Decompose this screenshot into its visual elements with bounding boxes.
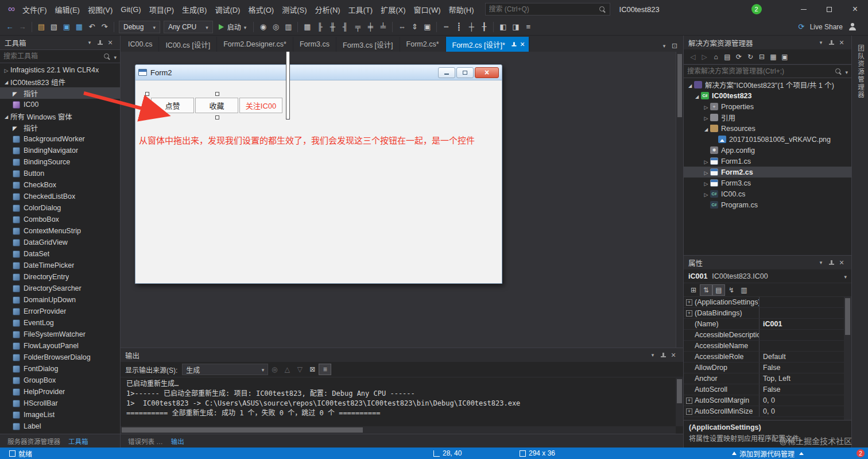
toolbox-item-checkbox[interactable]: CheckBox	[0, 179, 120, 191]
toolbox-item-datetimepicker[interactable]: DateTimePicker	[0, 260, 120, 271]
toolbox-item-helpprovider[interactable]: HelpProvider	[0, 386, 120, 398]
categorized-icon[interactable]: ⊞	[687, 284, 700, 296]
resize-handle[interactable]	[215, 115, 219, 119]
toolbox-item-dataset[interactable]: DataSet	[0, 248, 120, 260]
resize-handle[interactable]	[286, 52, 290, 119]
properties-view-icon[interactable]: ▤	[712, 284, 725, 296]
menu-project[interactable]: 项目(P)	[145, 2, 178, 17]
properties-icon[interactable]: ▣	[779, 51, 790, 63]
align-to-grid-icon[interactable]: ▦	[301, 21, 313, 33]
scrollbar-thumb[interactable]	[122, 427, 363, 433]
tab-ic00-cs-design[interactable]: IC00.cs [设计]	[159, 37, 217, 52]
pin-icon[interactable]	[510, 41, 517, 48]
tree-row-ic00[interactable]: IC00.cs	[684, 188, 851, 199]
align-lefts-icon[interactable]: ╟	[313, 21, 326, 33]
start-debug-button[interactable]: 启动	[215, 21, 251, 33]
forward-icon[interactable]: ▷	[699, 51, 710, 63]
toolbox-item-folderbrowserdialog[interactable]: FolderBrowserDialog	[0, 352, 120, 363]
goto-prev-message-icon[interactable]: △	[281, 364, 293, 375]
resize-handle[interactable]	[145, 92, 149, 96]
center-horizontally-icon[interactable]: ┼	[465, 21, 478, 33]
vertical-spacing-icon[interactable]: ┋	[452, 21, 465, 33]
toolbox-item-errorprovider[interactable]: ErrorProvider	[0, 306, 120, 317]
tab-form3-cs-design[interactable]: Form3.cs [设计]	[336, 37, 400, 52]
window-menu-icon[interactable]	[816, 40, 826, 45]
events-icon[interactable]: ↯	[725, 284, 738, 296]
scrollbar-thumb[interactable]	[845, 298, 850, 335]
expand-icon[interactable]	[686, 299, 692, 306]
menu-analyze[interactable]: 分析(N)	[311, 2, 344, 17]
pin-icon[interactable]	[828, 259, 835, 266]
toolbox-item-label[interactable]: Label	[0, 421, 120, 432]
feedback-icon[interactable]	[848, 23, 857, 31]
window-menu-icon[interactable]	[84, 40, 95, 45]
toolbox-item-groupbox[interactable]: GroupBox	[0, 375, 120, 386]
close-icon[interactable]	[105, 38, 115, 47]
solution-search-input[interactable]	[687, 67, 835, 75]
tree-row-properties[interactable]: Properties	[684, 101, 851, 112]
pin-icon[interactable]	[96, 39, 103, 46]
menu-window[interactable]: 窗口(W)	[410, 2, 445, 17]
menu-file[interactable]: 文件(F)	[18, 2, 51, 17]
tree-row-form3[interactable]: Form3.cs	[684, 178, 851, 188]
clear-all-icon[interactable]: ⊠	[306, 364, 319, 375]
collapse-all-icon[interactable]: ⊟	[756, 51, 768, 63]
align-tops-icon[interactable]: ╤	[351, 21, 364, 33]
tree-row-form2[interactable]: Form2.cs	[684, 167, 851, 178]
property-row[interactable]: AutoScrollFalse	[684, 384, 851, 395]
tree-row-resources[interactable]: Resources	[684, 123, 851, 134]
forms-designer-surface[interactable]: Form2 点赞 收藏 关注IC00	[121, 52, 683, 348]
tab-ic00-cs[interactable]: IC00.cs	[122, 37, 159, 52]
switch-views-icon[interactable]: ▤	[722, 51, 733, 63]
output-source-dropdown[interactable]: 生成	[182, 364, 268, 375]
goto-next-message-icon[interactable]: ▽	[293, 364, 306, 375]
save-icon[interactable]: ▣	[60, 21, 73, 33]
menu-extensions[interactable]: 扩展(X)	[377, 2, 409, 17]
close-tab-icon[interactable]	[520, 40, 525, 49]
solution-explorer-search-box[interactable]	[684, 64, 851, 78]
quick-search-box[interactable]	[485, 3, 610, 16]
undo-icon[interactable]: ↶	[86, 21, 98, 33]
add-to-source-control-button[interactable]: 添加到源代码管理	[732, 448, 804, 459]
resize-handle[interactable]	[145, 103, 149, 107]
close-icon[interactable]	[836, 259, 847, 267]
tab-output[interactable]: 输出	[167, 435, 188, 448]
same-width-icon[interactable]: ⇔	[396, 21, 408, 33]
tree-row-solution[interactable]: 解决方案"IC00test823"(1 个项目/共 1 个)	[684, 79, 851, 90]
toolbox-search-input[interactable]	[3, 52, 103, 60]
property-row[interactable]: AccessibleDescription	[684, 330, 851, 341]
follow-button[interactable]: 关注IC00	[239, 98, 282, 113]
window-menu-icon[interactable]	[648, 352, 658, 358]
tab-form2-cs-design[interactable]: Form2.cs [设计]*	[446, 37, 530, 52]
favorite-button[interactable]: 收藏	[195, 98, 238, 113]
toolbox-item-contextmenustrip[interactable]: ContextMenuStrip	[0, 225, 120, 237]
toolbox-item-hscrollbar[interactable]: HScrollBar	[0, 398, 120, 409]
find-icon[interactable]: ◎	[269, 21, 282, 33]
menu-view[interactable]: 视图(V)	[84, 2, 117, 17]
property-row[interactable]: (Name)iC001	[684, 319, 851, 330]
refresh-icon[interactable]: ↻	[745, 51, 756, 63]
output-horizontal-scrollbar[interactable]	[121, 426, 676, 434]
menu-build[interactable]: 生成(B)	[178, 2, 211, 17]
minimize-button[interactable]	[790, 0, 816, 18]
toolbox-item-fontdialog[interactable]: FontDialog	[0, 363, 120, 375]
search-input[interactable]	[489, 5, 599, 13]
menu-help[interactable]: 帮助(H)	[444, 2, 478, 17]
toolbox-item-button[interactable]: Button	[0, 168, 120, 179]
send-to-back-icon[interactable]: ◨	[509, 21, 522, 33]
close-button[interactable]	[842, 0, 868, 18]
menu-tools[interactable]: 工具(T)	[344, 2, 377, 17]
nav-back-icon[interactable]: ←	[3, 21, 16, 33]
redo-icon[interactable]: ↷	[98, 21, 111, 33]
tab-order-icon[interactable]: ≡	[522, 21, 534, 33]
tree-row-program[interactable]: Program.cs	[684, 199, 851, 210]
tab-error-list[interactable]: 错误列表 …	[124, 435, 167, 448]
tree-row-project[interactable]: IC00test823	[684, 90, 851, 101]
tab-server-explorer[interactable]: 服务器资源管理器	[3, 435, 64, 448]
toolbox-item-domainupdown[interactable]: DomainUpDown	[0, 294, 120, 306]
align-middles-icon[interactable]: ╪	[364, 21, 377, 33]
form2-design-window[interactable]: Form2 点赞 收藏 关注IC00	[135, 64, 502, 284]
solution-configurations-dropdown[interactable]: Debug	[119, 21, 160, 33]
menu-edit[interactable]: 编辑(E)	[51, 2, 84, 17]
pin-icon[interactable]	[828, 39, 835, 46]
